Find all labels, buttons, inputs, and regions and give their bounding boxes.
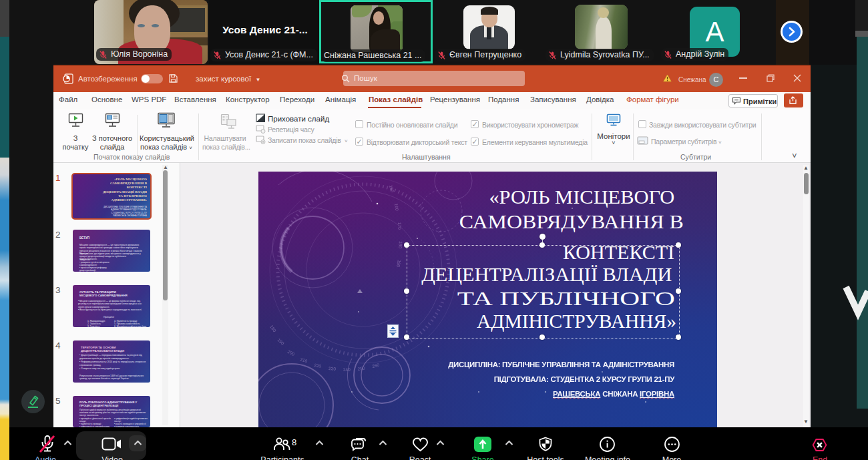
svg-text:180: 180 [398, 241, 403, 249]
svg-text:170: 170 [397, 222, 402, 230]
